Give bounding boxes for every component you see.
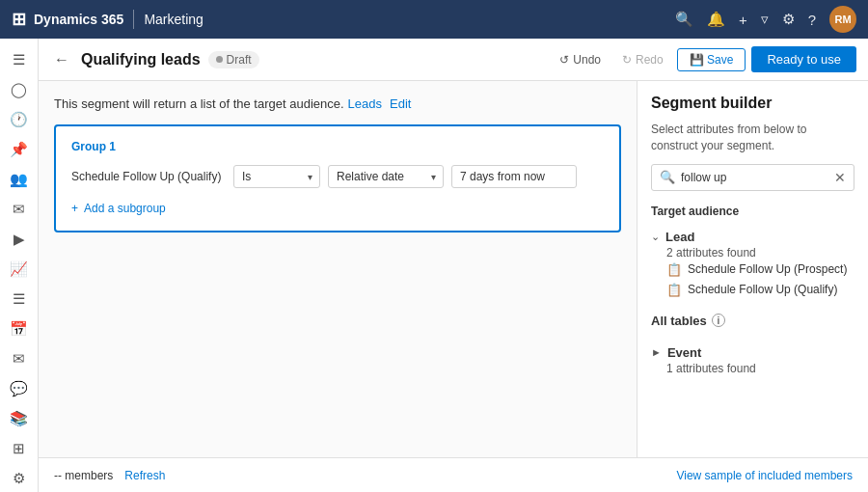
operator-select-wrapper: Is Is not	[233, 165, 320, 188]
add-subgroup-button[interactable]: + Add a subgroup	[71, 200, 166, 217]
segment-builder-panel: Segment builder Select attributes from b…	[637, 81, 868, 457]
plus-icon[interactable]: +	[739, 12, 747, 28]
event-chevron-icon: ►	[651, 346, 662, 358]
status-badge: Draft	[208, 51, 259, 68]
left-sidebar: ☰ ◯ 🕐 📌 👥 ✉ ▶ 📈 ☰ 📅 ✉ 💬 📚 ⊞ ⚙	[0, 39, 39, 492]
sidebar-chat-icon[interactable]: 💬	[2, 376, 37, 402]
event-category-row[interactable]: ► Event	[651, 343, 854, 362]
search-icon[interactable]: 🔍	[675, 11, 693, 28]
sidebar-pin-icon[interactable]: 📌	[2, 136, 37, 162]
segment-info-text: This segment will return a list of the t…	[54, 96, 344, 111]
condition-value-text: 7 days from now	[460, 170, 545, 183]
help-icon[interactable]: ?	[808, 12, 816, 28]
content-area: This segment will return a list of the t…	[39, 81, 868, 457]
search-box: 🔍 ✕	[651, 164, 854, 191]
event-category-name: Event	[667, 345, 701, 360]
leads-link[interactable]: Leads	[348, 96, 382, 111]
redo-button[interactable]: ↻ Redo	[614, 49, 671, 70]
attribute-label-qualify: Schedule Follow Up (Qualify)	[688, 283, 837, 296]
builder-title: Segment builder	[651, 95, 854, 112]
condition-row: Schedule Follow Up (Qualify) Is Is not R…	[71, 165, 604, 188]
bottom-bar: -- members Refresh View sample of includ…	[39, 457, 868, 492]
brand-name: Dynamics 365	[34, 12, 123, 27]
lead-category-name: Lead	[665, 230, 694, 244]
group-label: Group 1	[71, 140, 604, 153]
brand-logo: ⊞ Dynamics 365	[12, 9, 123, 30]
search-icon: 🔍	[660, 170, 675, 184]
page-title: Qualifying leads	[81, 51, 201, 68]
plus-icon: +	[71, 202, 78, 215]
lead-category: ⌄ Lead 2 attributes found 📋 Schedule Fol…	[651, 228, 854, 300]
sidebar-calendar-icon[interactable]: 📅	[2, 316, 37, 342]
main-layout: ☰ ◯ 🕐 📌 👥 ✉ ▶ 📈 ☰ 📅 ✉ 💬 📚 ⊞ ⚙ ← Qualifyi…	[0, 39, 868, 492]
sidebar-hamburger-icon[interactable]: ☰	[2, 46, 37, 72]
user-avatar[interactable]: RM	[829, 6, 856, 33]
attribute-label-prospect: Schedule Follow Up (Prospect)	[688, 262, 847, 276]
date-type-select[interactable]: Relative date Exact date	[328, 165, 444, 188]
status-label: Draft	[227, 53, 252, 67]
sidebar-home-icon[interactable]: ◯	[2, 76, 37, 102]
attribute-item-qualify[interactable]: 📋 Schedule Follow Up (Qualify)	[651, 280, 854, 300]
search-clear-icon[interactable]: ✕	[834, 170, 846, 185]
sidebar-recent-icon[interactable]: 🕐	[2, 106, 37, 132]
bell-icon[interactable]: 🔔	[707, 11, 725, 28]
date-type-select-wrapper: Relative date Exact date	[328, 165, 444, 188]
event-category: ► Event 1 attributes found	[651, 343, 854, 375]
info-icon[interactable]: i	[712, 314, 725, 327]
redo-icon: ↻	[622, 53, 632, 67]
nav-icons: 🔍 🔔 + ▿ ⚙ ? RM	[675, 6, 856, 33]
status-dot	[216, 56, 223, 63]
refresh-link[interactable]: Refresh	[124, 469, 165, 482]
ready-to-use-button[interactable]: Ready to use	[751, 46, 856, 72]
sidebar-mail-icon[interactable]: ✉	[2, 346, 37, 372]
header-actions: ↺ Undo ↻ Redo 💾 Save Ready to use	[552, 46, 856, 72]
search-input[interactable]	[681, 171, 828, 184]
all-tables-label: All tables	[651, 314, 707, 328]
all-tables-row: All tables i	[651, 310, 854, 332]
condition-value: 7 days from now	[451, 165, 577, 188]
members-label: -- members	[54, 469, 113, 482]
nav-divider	[133, 10, 134, 29]
sidebar-grid-icon[interactable]: ⊞	[2, 436, 37, 462]
gear-icon[interactable]: ⚙	[782, 11, 795, 28]
undo-icon: ↺	[559, 53, 569, 67]
sidebar-chart-icon[interactable]: 📈	[2, 256, 37, 282]
attribute-item-prospect[interactable]: 📋 Schedule Follow Up (Prospect)	[651, 260, 854, 280]
group-box: Group 1 Schedule Follow Up (Qualify) Is …	[54, 124, 621, 232]
sidebar-book-icon[interactable]: 📚	[2, 406, 37, 432]
sidebar-settings-icon[interactable]: ⚙	[2, 466, 37, 492]
save-button[interactable]: 💾 Save	[677, 48, 746, 71]
sidebar-people-icon[interactable]: 👥	[2, 166, 37, 192]
main-panel: ← Qualifying leads Draft ↺ Undo ↻ Redo 💾…	[39, 39, 868, 492]
save-icon: 💾	[690, 53, 704, 67]
sidebar-list-icon[interactable]: ☰	[2, 287, 37, 313]
undo-button[interactable]: ↺ Undo	[552, 49, 609, 70]
back-button[interactable]: ←	[50, 47, 73, 72]
operator-select[interactable]: Is Is not	[233, 165, 320, 188]
subheader: ← Qualifying leads Draft ↺ Undo ↻ Redo 💾…	[39, 39, 868, 81]
top-navigation: ⊞ Dynamics 365 Marketing 🔍 🔔 + ▿ ⚙ ? RM	[0, 0, 868, 39]
attribute-icon: 📋	[666, 283, 682, 297]
target-audience-label: Target audience	[651, 205, 854, 218]
sidebar-play-icon[interactable]: ▶	[2, 226, 37, 252]
filter-icon[interactable]: ▿	[761, 11, 769, 28]
lead-chevron-icon: ⌄	[651, 231, 660, 243]
segment-info: This segment will return a list of the t…	[54, 96, 621, 111]
attribute-icon: 📋	[666, 262, 682, 277]
view-sample-link[interactable]: View sample of included members	[676, 469, 853, 482]
segment-editor: This segment will return a list of the t…	[39, 81, 637, 457]
sidebar-email-icon[interactable]: ✉	[2, 196, 37, 222]
lead-count: 2 attributes found	[651, 246, 854, 260]
event-count: 1 attributes found	[651, 362, 854, 375]
condition-attribute: Schedule Follow Up (Qualify)	[71, 170, 226, 183]
module-name: Marketing	[144, 12, 203, 27]
edit-link[interactable]: Edit	[390, 96, 411, 111]
builder-subtitle: Select attributes from below to construc…	[651, 122, 854, 154]
lead-category-row[interactable]: ⌄ Lead	[651, 228, 854, 246]
